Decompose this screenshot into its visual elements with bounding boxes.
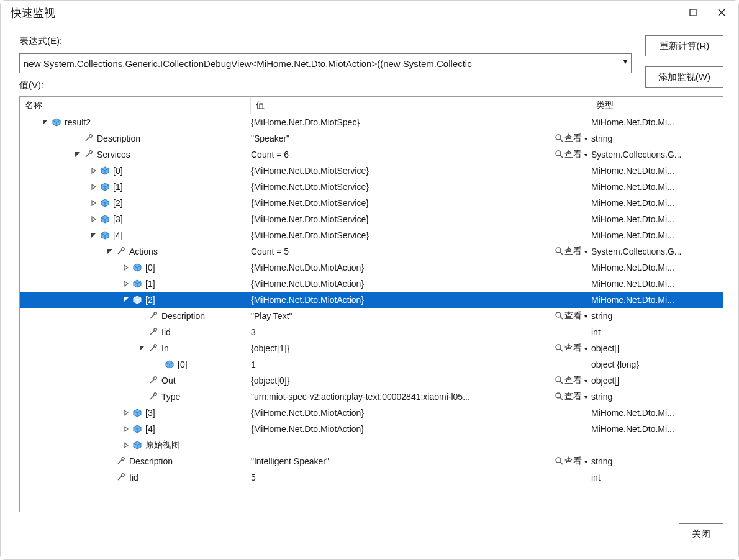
magnifier-icon[interactable] bbox=[555, 246, 563, 257]
collapse-icon[interactable] bbox=[138, 344, 147, 353]
column-type[interactable]: 类型 bbox=[591, 97, 723, 114]
add-watch-button[interactable]: 添加监视(W) bbox=[645, 66, 723, 88]
chevron-down-icon[interactable]: ▾ bbox=[584, 458, 587, 465]
value-label: 值(V): bbox=[19, 79, 632, 91]
tree-row[interactable]: [3]{MiHome.Net.Dto.MiotService}MiHome.Ne… bbox=[20, 211, 723, 227]
name-cell: Iid bbox=[20, 472, 251, 483]
row-name: Type bbox=[161, 392, 180, 402]
tree-row[interactable]: Description"Speaker"查看▾string bbox=[20, 130, 723, 147]
view-link[interactable]: 查看 bbox=[564, 391, 582, 402]
expand-icon[interactable] bbox=[89, 166, 98, 175]
tree-row[interactable]: [4]{MiHome.Net.Dto.MiotService}MiHome.Ne… bbox=[20, 227, 723, 243]
type-cell: MiHome.Net.Dto.Mi... bbox=[591, 166, 723, 176]
row-value: {MiHome.Net.Dto.MiotService} bbox=[251, 230, 369, 240]
expand-icon[interactable] bbox=[122, 441, 130, 449]
tree-row[interactable]: Description"Intelligent Speaker"查看▾strin… bbox=[20, 453, 723, 469]
row-name: Actions bbox=[129, 246, 158, 256]
row-value: "Intelligent Speaker" bbox=[251, 456, 329, 466]
type-cell: MiHome.Net.Dto.Mi... bbox=[591, 424, 723, 434]
tree-row[interactable]: 原始视图 bbox=[20, 437, 723, 453]
view-link[interactable]: 查看 bbox=[564, 375, 582, 386]
expand-icon[interactable] bbox=[122, 409, 130, 417]
view-link[interactable]: 查看 bbox=[564, 343, 582, 354]
expand-icon[interactable] bbox=[122, 425, 130, 433]
magnifier-icon[interactable] bbox=[555, 343, 563, 354]
magnifier-icon[interactable] bbox=[555, 150, 563, 160]
tree-row[interactable]: ServicesCount = 6查看▾System.Collections.G… bbox=[20, 147, 723, 163]
titlebar: 快速监视 bbox=[1, 1, 738, 25]
expand-icon[interactable] bbox=[89, 183, 98, 191]
tree-row[interactable]: [0]{MiHome.Net.Dto.MiotService}MiHome.Ne… bbox=[20, 163, 723, 179]
row-name: [3] bbox=[145, 408, 155, 418]
tree-row[interactable]: [3]{MiHome.Net.Dto.MiotAction}MiHome.Net… bbox=[20, 405, 723, 421]
maximize-button[interactable] bbox=[679, 3, 707, 23]
type-cell: string bbox=[591, 392, 723, 402]
type-cell: string bbox=[591, 311, 723, 321]
view-link[interactable]: 查看 bbox=[564, 246, 582, 257]
recalculate-button[interactable]: 重新计算(R) bbox=[645, 35, 723, 56]
tree-row[interactable]: In{object[1]}查看▾object[] bbox=[20, 340, 723, 356]
tree-row[interactable]: [1]{MiHome.Net.Dto.MiotAction}MiHome.Net… bbox=[20, 276, 723, 292]
svg-marker-37 bbox=[91, 233, 96, 238]
value-cell: 5 bbox=[251, 472, 542, 482]
class-icon bbox=[99, 181, 111, 192]
tree-row[interactable]: Iid5int bbox=[20, 469, 723, 485]
wrench-icon bbox=[148, 310, 159, 322]
magnifier-icon[interactable] bbox=[555, 456, 563, 467]
view-link[interactable]: 查看 bbox=[564, 149, 582, 160]
tree-row[interactable]: [0]{MiHome.Net.Dto.MiotAction}MiHome.Net… bbox=[20, 260, 723, 276]
chevron-down-icon[interactable]: ▾ bbox=[584, 248, 587, 255]
magnifier-icon[interactable] bbox=[555, 133, 563, 144]
expand-icon[interactable] bbox=[89, 215, 98, 224]
chevron-down-icon[interactable]: ▾ bbox=[584, 151, 587, 158]
row-type: MiHome.Net.Dto.Mi... bbox=[591, 214, 674, 224]
collapse-icon[interactable] bbox=[122, 296, 130, 304]
tree-row[interactable]: [4]{MiHome.Net.Dto.MiotAction}MiHome.Net… bbox=[20, 421, 723, 437]
tree-row[interactable]: ActionsCount = 5查看▾System.Collections.G.… bbox=[20, 243, 723, 260]
view-link[interactable]: 查看 bbox=[564, 456, 582, 467]
wrench-icon bbox=[116, 472, 127, 483]
magnifier-icon[interactable] bbox=[555, 311, 563, 322]
close-dialog-button[interactable]: 关闭 bbox=[679, 523, 723, 544]
collapse-icon[interactable] bbox=[106, 247, 114, 256]
tree-row[interactable]: Out{object[0]}查看▾object[] bbox=[20, 373, 723, 389]
tree-row[interactable]: Iid3int bbox=[20, 324, 723, 340]
collapse-icon[interactable] bbox=[89, 231, 98, 240]
collapse-icon[interactable] bbox=[73, 150, 82, 159]
chevron-down-icon[interactable]: ▾ bbox=[584, 135, 587, 142]
expand-icon[interactable] bbox=[122, 263, 130, 272]
tree-row[interactable]: [2]{MiHome.Net.Dto.MiotService}MiHome.Ne… bbox=[20, 195, 723, 211]
tree-row[interactable]: [0]1object {long} bbox=[20, 356, 723, 373]
name-cell: [1] bbox=[20, 181, 251, 192]
magnifier-icon[interactable] bbox=[555, 392, 563, 402]
close-button[interactable] bbox=[707, 3, 736, 23]
tree-body[interactable]: result2{MiHome.Net.Dto.MiotSpec}MiHome.N… bbox=[20, 114, 723, 512]
tree-row[interactable]: Type"urn:miot-spec-v2:action:play-text:0… bbox=[20, 389, 723, 405]
row-name: Iid bbox=[129, 472, 138, 482]
view-link[interactable]: 查看 bbox=[564, 133, 582, 144]
dropdown-icon[interactable]: ▼ bbox=[622, 57, 629, 66]
svg-point-64 bbox=[556, 312, 561, 317]
view-link[interactable]: 查看 bbox=[564, 310, 582, 322]
collapse-icon[interactable] bbox=[41, 118, 50, 127]
tree-row[interactable]: [1]{MiHome.Net.Dto.MiotService}MiHome.Ne… bbox=[20, 179, 723, 195]
column-name[interactable]: 名称 bbox=[20, 97, 251, 114]
svg-line-80 bbox=[560, 381, 563, 384]
column-value[interactable]: 值 bbox=[251, 97, 591, 114]
chevron-down-icon[interactable]: ▾ bbox=[584, 394, 587, 400]
row-value: {object[1]} bbox=[251, 343, 289, 353]
value-cell: Count = 5 bbox=[251, 246, 542, 256]
magnifier-icon[interactable] bbox=[555, 376, 563, 386]
value-cell: {MiHome.Net.Dto.MiotService} bbox=[251, 214, 542, 224]
expression-input[interactable] bbox=[19, 53, 632, 73]
tree-row[interactable]: Description"Play Text"查看▾string bbox=[20, 308, 723, 324]
row-name: 原始视图 bbox=[145, 440, 180, 451]
chevron-down-icon[interactable]: ▾ bbox=[584, 345, 587, 352]
chevron-down-icon[interactable]: ▾ bbox=[584, 377, 587, 384]
expand-icon[interactable] bbox=[122, 279, 130, 288]
tree-row[interactable]: [2]{MiHome.Net.Dto.MiotAction}MiHome.Net… bbox=[20, 292, 723, 308]
row-name: Out bbox=[161, 376, 176, 386]
tree-row[interactable]: result2{MiHome.Net.Dto.MiotSpec}MiHome.N… bbox=[20, 114, 723, 130]
chevron-down-icon[interactable]: ▾ bbox=[584, 313, 587, 320]
expand-icon[interactable] bbox=[89, 199, 98, 207]
